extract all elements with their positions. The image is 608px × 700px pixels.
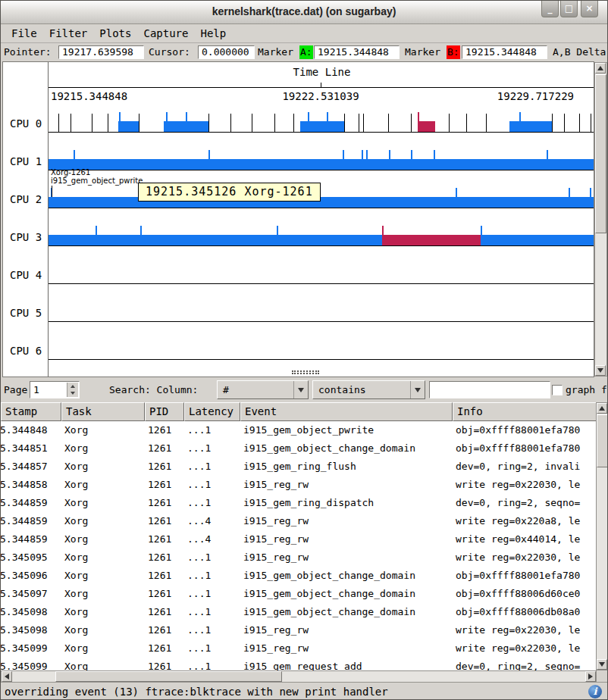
event-tick <box>344 114 345 132</box>
menu-file[interactable]: File <box>5 26 43 41</box>
timeline-title: Time Line <box>49 66 594 78</box>
column-header-stamp[interactable]: Stamp <box>1 402 61 421</box>
cell-info: write reg=0x22030, le <box>453 639 597 658</box>
search-input[interactable] <box>429 381 550 398</box>
event-tick <box>579 114 580 132</box>
cell-pid: 1261 <box>145 439 184 458</box>
column-header-pid[interactable]: PID <box>145 402 184 421</box>
event-tick <box>363 114 364 132</box>
event-tick <box>456 188 457 197</box>
column-header-info[interactable]: Info <box>453 402 597 421</box>
cell-event: i915_gem_request_add <box>240 658 453 670</box>
timeline-pane[interactable]: Time Line 19215.34484819222.53103919229.… <box>2 61 594 377</box>
table-row[interactable]: 5.345098Xorg1261...1i915_gem_object_chan… <box>1 603 597 621</box>
cell-pid: 1261 <box>145 658 184 670</box>
page-spinner[interactable]: 1 <box>30 381 80 398</box>
cpu-run-bar <box>49 159 594 170</box>
table-row[interactable]: 5.345096Xorg1261...1i915_gem_object_chan… <box>1 567 597 585</box>
kernelshark-window: kernelshark(trace.dat) (on sugarbay) _ □… <box>0 0 608 700</box>
cell-info: write reg=0x22030, le <box>453 548 597 567</box>
cell-task: Xorg <box>61 512 145 530</box>
graph-vscrollbar[interactable] <box>594 62 607 377</box>
cursor-label: Cursor: <box>149 43 190 61</box>
table-row[interactable]: 5.344859Xorg1261...4i915_reg_rwwrite reg… <box>1 530 597 548</box>
table-row[interactable]: 5.344848Xorg1261...1i915_gem_object_pwri… <box>1 421 597 439</box>
table-row[interactable]: 5.344851Xorg1261...1i915_gem_object_chan… <box>1 439 597 458</box>
event-tick <box>274 114 275 132</box>
arrow-left-icon <box>5 673 9 680</box>
table-vscrollbar[interactable] <box>596 402 608 670</box>
cpu-run-bar <box>49 197 594 208</box>
cell-pid: 1261 <box>145 494 184 512</box>
table-row[interactable]: 5.345095Xorg1261...1i915_reg_rwwrite reg… <box>1 548 597 567</box>
graph-scroll-thumb[interactable] <box>595 74 606 233</box>
cell-task: Xorg <box>61 458 145 476</box>
match-select-arrow[interactable] <box>410 381 425 398</box>
match-select-value: contains <box>318 384 366 395</box>
cell-event: i915_gem_object_pwrite <box>240 421 453 439</box>
menu-help[interactable]: Help <box>194 26 232 41</box>
pane-splitter-handle[interactable] <box>292 370 319 374</box>
table-row[interactable]: 5.344859Xorg1261...4i915_reg_rwwrite reg… <box>1 512 597 530</box>
menu-bar: FileFilterPlotsCaptureHelp <box>1 24 607 43</box>
minimize-icon: _ <box>548 3 553 14</box>
maximize-button[interactable]: □ <box>560 1 578 17</box>
cpu-label: CPU 6 <box>10 345 42 357</box>
menu-filter[interactable]: Filter <box>43 26 94 41</box>
table-row[interactable]: 5.345098Xorg1261...1i915_reg_rwwrite reg… <box>1 621 597 639</box>
cpu-task-bar <box>164 121 208 132</box>
cell-latency: ...1 <box>184 603 240 621</box>
arrow-down-icon <box>597 368 603 373</box>
table-row[interactable]: 5.345099Xorg1261...1i915_gem_request_add… <box>1 658 597 670</box>
event-table[interactable]: 5.344848Xorg1261...1i915_gem_object_pwri… <box>1 421 597 670</box>
table-row[interactable]: 5.344857Xorg1261...1i915_gem_ring_flushd… <box>1 458 597 476</box>
chevron-down-icon <box>298 388 304 392</box>
column-select[interactable]: # <box>217 380 309 399</box>
match-select[interactable]: contains <box>312 380 425 399</box>
event-tick <box>96 226 97 235</box>
table-hscrollbar[interactable] <box>1 670 597 683</box>
cell-latency: ...1 <box>184 639 240 658</box>
graph-scroll-down-button[interactable] <box>595 365 606 376</box>
graph-follows-checkbox[interactable] <box>552 385 563 395</box>
table-row[interactable]: 5.344858Xorg1261...1i915_reg_rwwrite reg… <box>1 476 597 494</box>
table-scroll-thumb[interactable] <box>597 414 608 467</box>
axis-tick-label: 19229.717229 <box>48 90 574 102</box>
arrow-down-icon <box>599 662 605 667</box>
title-bar[interactable]: kernelshark(trace.dat) (on sugarbay) _ □… <box>1 1 607 24</box>
column-header-event[interactable]: Event <box>240 402 453 421</box>
cell-info: write reg=0x44014, le <box>453 530 597 548</box>
close-button[interactable]: × <box>581 1 598 17</box>
spin-up-icon <box>71 385 75 388</box>
page-spinner-buttons[interactable] <box>67 383 78 397</box>
graph-scroll-up-button[interactable] <box>595 63 606 73</box>
cpu-column-divider <box>48 62 49 377</box>
table-row[interactable]: 5.345097Xorg1261...1i915_gem_object_chan… <box>1 585 597 603</box>
table-scroll-up-button[interactable] <box>597 403 607 414</box>
cell-stamp: 5.344859 <box>1 530 61 548</box>
table-scroll-down-button[interactable] <box>597 659 607 670</box>
table-row[interactable]: 5.345099Xorg1261...1i915_reg_rwwrite reg… <box>1 639 597 658</box>
table-scroll-left-button[interactable] <box>2 671 12 682</box>
event-tick <box>481 226 482 235</box>
event-tick <box>92 114 92 132</box>
cell-event: i915_reg_rw <box>240 530 453 548</box>
cell-info: dev=0, ring=2, seqno= <box>453 658 597 670</box>
table-hscroll-thumb[interactable] <box>55 671 282 682</box>
event-tick <box>362 150 363 159</box>
cpu-run-bar <box>49 235 594 245</box>
event-tick <box>343 150 344 159</box>
marker-a-badge: A: <box>299 45 313 59</box>
event-tick <box>186 112 187 121</box>
menu-plots[interactable]: Plots <box>93 26 137 41</box>
column-header-task[interactable]: Task <box>61 402 145 421</box>
info-icon: i <box>588 685 602 698</box>
column-select-arrow[interactable] <box>293 381 308 398</box>
table-scroll-right-button[interactable] <box>585 671 596 682</box>
cell-latency: ...1 <box>184 585 240 603</box>
menu-capture[interactable]: Capture <box>137 26 194 41</box>
minimize-button[interactable]: _ <box>541 1 559 17</box>
table-row[interactable]: 5.344859Xorg1261...1i915_gem_ring_dispat… <box>1 494 597 512</box>
hover-event-label: i915_gem_object_pwrite <box>51 177 143 185</box>
column-header-latency[interactable]: Latency <box>184 402 240 421</box>
